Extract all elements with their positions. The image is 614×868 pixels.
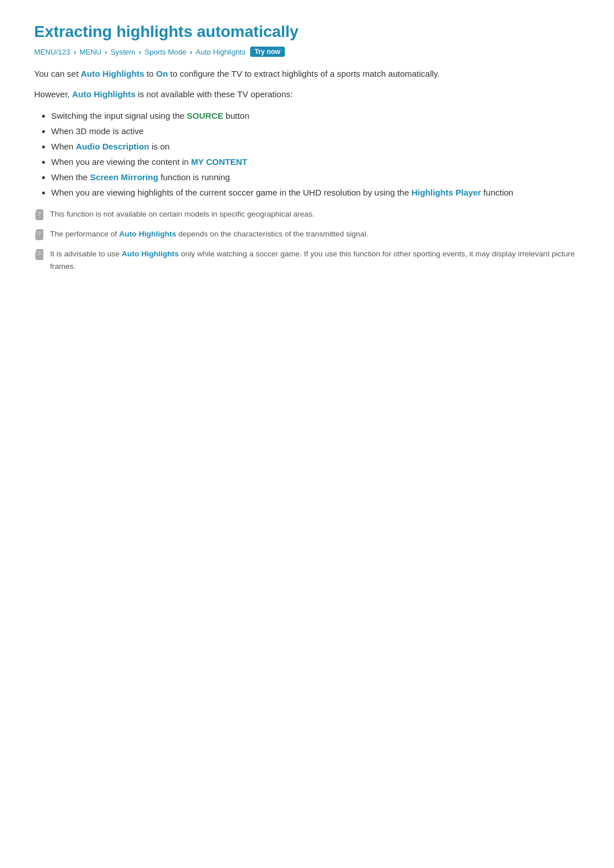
svg-rect-3	[37, 232, 41, 232]
breadcrumb-menu[interactable]: MENU	[80, 48, 101, 56]
link-screen-mirroring[interactable]: Screen Mirroring	[90, 172, 158, 182]
list-item-audio-desc: When Audio Description is on	[51, 139, 580, 154]
list-item-3d: When 3D mode is active	[51, 123, 580, 139]
breadcrumb-system[interactable]: System	[111, 48, 135, 56]
breadcrumb-sep-3: ›	[139, 48, 141, 56]
svg-rect-2	[37, 215, 40, 215]
breadcrumb-auto-highlights[interactable]: Auto Highlights	[196, 48, 245, 56]
link-audio-description[interactable]: Audio Description	[76, 142, 149, 151]
svg-rect-7	[37, 253, 41, 254]
note-text-1: This function is not available on certai…	[50, 208, 314, 221]
list-item-screen-mirroring: When the Screen Mirroring function is ru…	[51, 169, 580, 185]
svg-rect-8	[37, 255, 40, 255]
breadcrumb: MENU/123 › MENU › System › Sports Mode ›…	[34, 47, 580, 57]
link-on: On	[156, 69, 168, 78]
note-icon-2	[34, 229, 44, 242]
link-source: SOURCE	[186, 111, 223, 121]
breadcrumb-sports-mode[interactable]: Sports Mode	[144, 48, 186, 56]
svg-rect-0	[37, 212, 41, 213]
intro-paragraph-1: You can set Auto Highlights to On to con…	[34, 67, 580, 81]
svg-rect-1	[37, 213, 41, 214]
note-text-3: It is advisable to use Auto Highlights o…	[50, 248, 580, 272]
list-item-highlights-player: When you are viewing highlights of the c…	[51, 185, 580, 200]
note-icon-1	[34, 209, 44, 222]
breadcrumb-sep-1: ›	[74, 48, 76, 56]
link-auto-highlights-note3[interactable]: Auto Highlights	[122, 250, 179, 258]
restrictions-list: Switching the input signal using the SOU…	[51, 108, 580, 200]
breadcrumb-sep-4: ›	[190, 48, 192, 56]
try-now-badge[interactable]: Try now	[250, 47, 285, 57]
note-icon-3	[34, 249, 44, 262]
breadcrumb-menu123[interactable]: MENU/123	[34, 48, 70, 56]
link-highlights-player[interactable]: Highlights Player	[412, 188, 482, 197]
link-auto-highlights-1[interactable]: Auto Highlights	[81, 69, 144, 78]
page-title: Extracting highlights automatically	[34, 23, 580, 41]
link-auto-highlights-note2[interactable]: Auto Highlights	[119, 230, 176, 238]
note-item-2: The performance of Auto Highlights depen…	[34, 228, 580, 242]
svg-rect-6	[37, 252, 41, 252]
note-item-3: It is advisable to use Auto Highlights o…	[34, 248, 580, 272]
link-my-content[interactable]: MY CONTENT	[191, 157, 247, 167]
svg-rect-4	[37, 233, 41, 234]
note-item-1: This function is not available on certai…	[34, 208, 580, 222]
intro-paragraph-2: However, Auto Highlights is not availabl…	[34, 88, 580, 101]
svg-rect-5	[37, 235, 40, 235]
list-item-my-content: When you are viewing the content in MY C…	[51, 154, 580, 169]
breadcrumb-sep-2: ›	[105, 48, 107, 56]
note-text-2: The performance of Auto Highlights depen…	[50, 228, 368, 240]
notes-section: This function is not available on certai…	[34, 208, 580, 272]
list-item-source: Switching the input signal using the SOU…	[51, 108, 580, 123]
link-auto-highlights-2[interactable]: Auto Highlights	[72, 89, 136, 99]
